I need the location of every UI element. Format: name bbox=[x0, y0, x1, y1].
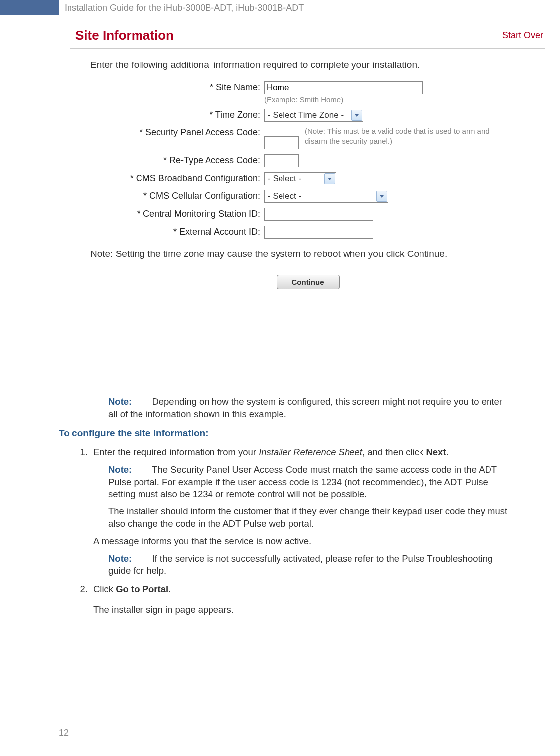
access-code-label: * Security Panel Access Code: bbox=[100, 126, 264, 138]
time-zone-row: * Time Zone: - Select Time Zone - bbox=[100, 109, 545, 122]
header-accent-bar bbox=[0, 0, 59, 15]
step-2-text-a: Click bbox=[93, 584, 116, 594]
screenshot-header: Site Information Start Over bbox=[70, 25, 545, 49]
cms-broadband-label: * CMS Broadband Configuration: bbox=[100, 172, 264, 184]
cms-cellular-row: * CMS Cellular Configuration: - Select - bbox=[100, 190, 545, 203]
site-information-screenshot: Site Information Start Over Enter the fo… bbox=[70, 25, 545, 289]
cms-cellular-value: - Select - bbox=[265, 191, 376, 201]
retype-code-input[interactable] bbox=[264, 154, 299, 167]
note-2-text: The Security Panel User Access Code must… bbox=[108, 464, 497, 500]
page-number: 12 bbox=[59, 728, 69, 738]
start-over-link[interactable]: Start Over bbox=[502, 30, 543, 41]
site-name-example: (Example: Smith Home) bbox=[264, 95, 423, 104]
section-heading: To configure the site information: bbox=[59, 427, 510, 440]
document-body: Note: Depending on how the system is con… bbox=[59, 392, 510, 622]
retype-code-row: * Re-Type Access Code: bbox=[100, 154, 545, 167]
continue-button[interactable]: Continue bbox=[277, 275, 340, 289]
step-1-after: A message informs you that the service i… bbox=[93, 535, 510, 548]
retype-code-label: * Re-Type Access Code: bbox=[100, 154, 264, 166]
chevron-down-icon bbox=[376, 191, 387, 202]
step-1-note: Note: The Security Panel User Access Cod… bbox=[108, 464, 510, 501]
chevron-down-icon bbox=[351, 110, 362, 121]
ext-account-label: * External Account ID: bbox=[100, 226, 264, 238]
cms-broadband-value: - Select - bbox=[265, 174, 324, 184]
note-block-1: Note: Depending on how the system is con… bbox=[108, 396, 510, 421]
step-2-text-b: . bbox=[168, 584, 171, 594]
bottom-note: Note: Setting the time zone may cause th… bbox=[90, 248, 488, 261]
site-name-input[interactable] bbox=[264, 81, 423, 94]
cms-cellular-label: * CMS Cellular Configuration: bbox=[100, 190, 264, 202]
note-label: Note: bbox=[108, 464, 132, 475]
cms-broadband-row: * CMS Broadband Configuration: - Select … bbox=[100, 172, 545, 185]
note-label: Note: bbox=[108, 396, 132, 407]
site-name-row: * Site Name: (Example: Smith Home) bbox=[100, 81, 545, 104]
step-1-em: Installer Reference Sheet bbox=[259, 447, 362, 457]
step-2-after: The installer sign in page appears. bbox=[93, 604, 510, 616]
time-zone-label: * Time Zone: bbox=[100, 109, 264, 121]
step-2: Click Go to Portal. The installer sign i… bbox=[90, 583, 510, 616]
note-3-text: If the service is not successfully activ… bbox=[108, 553, 492, 576]
cms-id-input[interactable] bbox=[264, 208, 373, 221]
cms-id-row: * Central Monitoring Station ID: bbox=[100, 208, 545, 221]
chevron-down-icon bbox=[324, 173, 335, 184]
intro-text: Enter the following additional informati… bbox=[90, 60, 545, 70]
time-zone-select[interactable]: - Select Time Zone - bbox=[264, 109, 363, 122]
site-information-heading: Site Information bbox=[75, 28, 174, 43]
ext-account-row: * External Account ID: bbox=[100, 226, 545, 239]
cms-cellular-select[interactable]: - Select - bbox=[264, 190, 388, 203]
cms-broadband-select[interactable]: - Select - bbox=[264, 172, 336, 185]
step-1-text-c: . bbox=[446, 447, 449, 457]
step-1-note-b: The installer should inform the customer… bbox=[108, 505, 510, 530]
access-code-row: * Security Panel Access Code: (Note: Thi… bbox=[100, 126, 545, 149]
access-code-note: (Note: This must be a valid code that is… bbox=[305, 126, 493, 146]
note-label: Note: bbox=[108, 553, 132, 564]
site-name-label: * Site Name: bbox=[100, 81, 264, 93]
time-zone-value: - Select Time Zone - bbox=[265, 110, 351, 120]
steps-list: Enter the required information from your… bbox=[90, 446, 510, 617]
step-1-text-a: Enter the required information from your bbox=[93, 447, 259, 457]
access-code-input[interactable] bbox=[264, 136, 299, 149]
step-1-bold: Next bbox=[426, 447, 446, 457]
step-1-note-3: Note: If the service is not successfully… bbox=[108, 553, 510, 577]
step-1-text-b: , and then click bbox=[362, 447, 426, 457]
ext-account-input[interactable] bbox=[264, 226, 373, 239]
document-header-title: Installation Guide for the iHub-3000B-AD… bbox=[65, 3, 304, 13]
step-1: Enter the required information from your… bbox=[90, 446, 510, 578]
note-1-text: Depending on how the system is configure… bbox=[108, 396, 502, 419]
cms-id-label: * Central Monitoring Station ID: bbox=[100, 208, 264, 220]
form-container: * Site Name: (Example: Smith Home) * Tim… bbox=[100, 81, 545, 239]
step-2-bold: Go to Portal bbox=[116, 584, 168, 594]
footer-divider bbox=[59, 721, 510, 721]
